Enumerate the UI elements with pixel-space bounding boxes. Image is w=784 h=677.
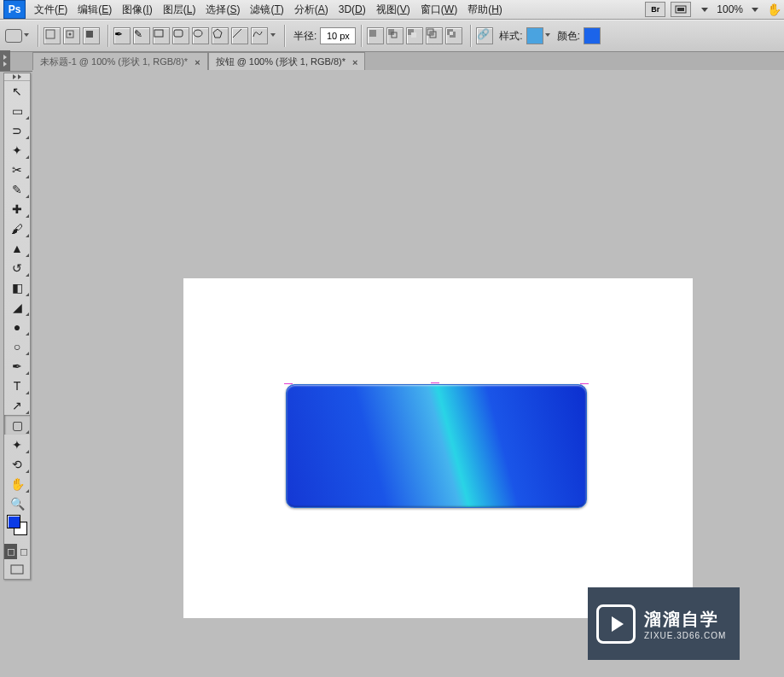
color-label: 颜色: (557, 29, 580, 44)
svg-rect-15 (411, 32, 416, 38)
color-swatch[interactable] (584, 27, 601, 44)
quickmask-toggle[interactable]: ◻◻ (4, 544, 30, 559)
menu-window[interactable]: 窗口(W) (415, 0, 462, 19)
svg-rect-21 (450, 32, 453, 35)
svg-rect-6 (154, 30, 163, 37)
svg-rect-5 (86, 31, 93, 38)
shape-layer-button[interactable] (286, 384, 587, 508)
menu-select[interactable]: 选择(S) (200, 0, 245, 19)
watermark-title: 溜溜自学 (644, 608, 726, 631)
type-tool[interactable]: T (4, 376, 30, 395)
menu-bar: Ps 文件(F) 编辑(E) 图像(I) 图层(L) 选择(S) 滤镜(T) 分… (0, 0, 784, 20)
dropdown-icon[interactable] (24, 33, 29, 37)
gradient-tool[interactable]: ◢ (4, 297, 30, 317)
svg-rect-7 (174, 30, 183, 37)
rectangle-shape-icon[interactable] (153, 27, 170, 44)
hand-pan-icon[interactable]: ✋ (764, 3, 784, 16)
fill-pixels-mode[interactable] (83, 27, 100, 44)
menu-file[interactable]: 文件(F) (29, 0, 73, 19)
canvas-area[interactable]: 溜溜自学 ZIXUE.3D66.COM (32, 70, 784, 677)
path-select-tool[interactable]: ↗ (4, 395, 30, 415)
stamp-tool[interactable]: ▲ (4, 238, 30, 258)
polygon-shape-icon[interactable] (212, 27, 229, 44)
link-icon[interactable]: 🔗 (476, 27, 493, 44)
3d-camera-tool[interactable]: ⟲ (4, 454, 30, 474)
brush-tool[interactable]: 🖌 (4, 219, 30, 238)
style-swatch[interactable] (526, 27, 543, 44)
wand-tool[interactable]: ✦ (4, 140, 30, 160)
document-tab[interactable]: 按钮 @ 100% (形状 1, RGB/8)* × (208, 52, 366, 71)
rounded-rect-shape-icon[interactable] (172, 27, 189, 44)
crop-tool[interactable]: ✂ (4, 160, 30, 179)
svg-rect-11 (369, 30, 376, 37)
menu-image[interactable]: 图像(I) (117, 0, 157, 19)
dropdown-icon[interactable] (752, 8, 758, 12)
svg-rect-18 (430, 32, 433, 35)
path-intersect-icon[interactable] (426, 27, 443, 44)
eraser-tool[interactable]: ◧ (4, 277, 30, 297)
options-bar: ✒ ✎ 半径: 🔗 样式: 颜色: (0, 20, 784, 52)
play-icon (596, 604, 636, 644)
foreground-color[interactable] (7, 515, 20, 528)
color-swatches[interactable] (4, 513, 30, 540)
pen-icon[interactable]: ✒ (113, 27, 131, 44)
dropdown-icon[interactable] (270, 33, 276, 37)
svg-line-10 (233, 29, 241, 38)
toolbox: ↖▭⊃✦✂✎✚🖌▲↺◧◢●○✒T↗▢✦⟲✋🔍 ◻◻ (3, 73, 31, 580)
close-icon[interactable]: × (352, 57, 357, 67)
path-subtract-icon[interactable] (406, 27, 423, 44)
lasso-tool[interactable]: ⊃ (4, 120, 30, 140)
path-add-icon[interactable] (386, 27, 404, 44)
app-logo[interactable]: Ps (3, 0, 26, 19)
ellipse-shape-icon[interactable] (192, 27, 209, 44)
screen-mode-tool[interactable] (4, 559, 30, 579)
tab-title: 按钮 @ 100% (形状 1, RGB/8)* (216, 55, 346, 68)
line-shape-icon[interactable] (231, 27, 248, 44)
3d-object-tool[interactable]: ✦ (4, 435, 30, 454)
paths-mode[interactable] (63, 27, 80, 44)
dropdown-icon[interactable] (701, 8, 708, 12)
svg-rect-1 (677, 8, 684, 11)
menu-filter[interactable]: 滤镜(T) (245, 0, 288, 19)
svg-rect-2 (46, 30, 55, 38)
marquee-tool[interactable]: ▭ (4, 101, 30, 120)
document-tab-bar: 未标题-1 @ 100% (形状 1, RGB/8)* × 按钮 @ 100% … (0, 52, 784, 72)
shape-preset-icon[interactable] (5, 29, 22, 43)
radius-input[interactable] (320, 27, 356, 44)
launch-bridge-button[interactable]: Br (645, 2, 665, 17)
menu-edit[interactable]: 编辑(E) (73, 0, 117, 19)
style-label: 样式: (499, 29, 522, 44)
document-canvas[interactable] (183, 278, 693, 618)
watermark-subtitle: ZIXUE.3D66.COM (644, 631, 726, 640)
dodge-tool[interactable]: ○ (4, 336, 30, 356)
history-brush-tool[interactable]: ↺ (4, 258, 30, 277)
pen-tool[interactable]: ✒ (4, 356, 30, 376)
dropdown-icon[interactable] (545, 33, 550, 37)
svg-point-4 (69, 33, 72, 36)
menu-3d[interactable]: 3D(D) (334, 0, 371, 19)
path-new-icon[interactable] (367, 27, 384, 44)
freeform-pen-icon[interactable]: ✎ (133, 27, 150, 44)
screen-mode-button[interactable] (671, 2, 691, 17)
hand-tool[interactable]: ✋ (4, 474, 30, 493)
shape-layers-mode[interactable] (44, 27, 61, 44)
menu-help[interactable]: 帮助(H) (462, 0, 508, 19)
custom-shape-icon[interactable] (251, 27, 268, 44)
zoom-level[interactable]: 100% (713, 3, 746, 15)
selection-marker (431, 382, 439, 383)
shape-tool[interactable]: ▢ (4, 415, 30, 435)
menu-layer[interactable]: 图层(L) (158, 0, 201, 19)
menu-analysis[interactable]: 分析(A) (289, 0, 334, 19)
zoom-tool[interactable]: 🔍 (4, 493, 30, 513)
toolbox-expand[interactable] (4, 73, 30, 81)
tab-title: 未标题-1 @ 100% (形状 1, RGB/8)* (40, 55, 188, 68)
close-icon[interactable]: × (195, 57, 200, 67)
document-tab[interactable]: 未标题-1 @ 100% (形状 1, RGB/8)* × (32, 52, 208, 71)
panel-expand-handle[interactable] (0, 50, 10, 71)
move-tool[interactable]: ↖ (4, 81, 30, 101)
path-exclude-icon[interactable] (445, 27, 462, 44)
healing-tool[interactable]: ✚ (4, 199, 30, 219)
eyedropper-tool[interactable]: ✎ (4, 179, 30, 199)
blur-tool[interactable]: ● (4, 317, 30, 336)
menu-view[interactable]: 视图(V) (371, 0, 415, 19)
